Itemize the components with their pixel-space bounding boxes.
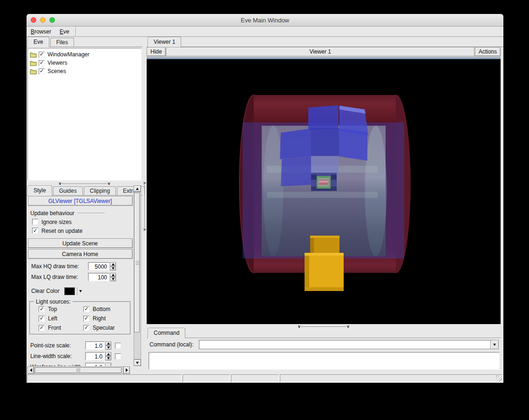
style-pane: Style Guides Clipping Extras GLViewer [T…	[27, 185, 142, 374]
spin-up-icon[interactable]	[105, 352, 111, 356]
light-sources-title: Light sources:	[34, 298, 73, 305]
scroll-up-icon[interactable]	[134, 185, 141, 192]
clear-color-row: Clear Color	[31, 286, 133, 296]
max-hq-draw-time-input[interactable]	[88, 262, 109, 271]
status-segment-4	[280, 374, 503, 382]
command-combobox[interactable]	[199, 340, 499, 349]
tree-item-label[interactable]: Viewers	[47, 60, 67, 66]
spin-down-icon[interactable]	[105, 356, 111, 360]
style-pane-hscrollbar[interactable]	[27, 366, 130, 374]
heading-rule	[78, 213, 105, 214]
viewer-toolbar: Hide Viewer 1 Actions	[147, 47, 501, 57]
spin-down-icon[interactable]	[105, 345, 111, 350]
tab-eve[interactable]: Eve	[27, 37, 49, 47]
tree-checkbox[interactable]	[39, 52, 45, 58]
spin-up-icon[interactable]	[110, 262, 116, 266]
light-top[interactable]: Top	[39, 306, 83, 312]
title-bar[interactable]: Eve Main Window	[27, 14, 503, 27]
tab-files[interactable]: Files	[50, 38, 74, 47]
chevron-down-icon	[493, 344, 496, 346]
camera-home-button[interactable]: Camera Home	[28, 249, 133, 259]
screen: Eve Main Window Browser Eve Eve Files Wi…	[0, 0, 529, 420]
style-tabs: Style Guides Clipping Extras	[27, 185, 142, 196]
zoom-icon[interactable]	[49, 17, 55, 23]
chevron-down-icon	[79, 290, 82, 292]
point-size-checkbox[interactable]	[115, 343, 121, 349]
tree-item-scenes[interactable]: Scenes	[29, 67, 140, 75]
spin-down-icon[interactable]	[110, 277, 116, 281]
tab-command[interactable]: Command	[148, 328, 185, 338]
tree-item-label[interactable]: WindowManager	[47, 51, 89, 58]
max-lq-draw-time-input[interactable]	[88, 273, 109, 281]
light-front[interactable]: Front	[39, 325, 83, 331]
viewport-highlight	[147, 57, 501, 59]
scrollbar-thumb[interactable]	[134, 193, 140, 332]
sidebar-tabs: Eve Files	[27, 37, 142, 47]
tree-checkbox[interactable]	[39, 68, 45, 75]
spin-up-icon[interactable]	[105, 341, 111, 345]
status-segment-1	[27, 374, 182, 382]
tab-guides[interactable]: Guides	[53, 186, 83, 195]
command-input[interactable]	[199, 340, 490, 349]
close-icon[interactable]	[31, 17, 36, 23]
scroll-left-icon[interactable]	[27, 366, 34, 374]
glviewer-button[interactable]: GLViewer [TGLSAViewer]	[28, 196, 133, 206]
hide-button[interactable]: Hide	[147, 47, 166, 56]
gl-viewport[interactable]	[147, 57, 501, 324]
clear-color-label: Clear Color	[31, 288, 60, 294]
style-pane-body: GLViewer [TGLSAViewer] Update behaviour …	[27, 196, 134, 366]
scroll-down-icon[interactable]	[134, 359, 141, 366]
command-output[interactable]	[149, 352, 500, 370]
combo-dropdown-button[interactable]	[490, 340, 498, 349]
magnet-foot	[305, 236, 344, 291]
light-right[interactable]: Right	[83, 315, 128, 322]
line-width-scale-input[interactable]	[85, 352, 105, 360]
update-scene-button[interactable]: Update Scene	[28, 238, 133, 248]
hscrollbar-track[interactable]	[34, 366, 123, 374]
wireframe-line-width-input[interactable]	[85, 363, 105, 366]
status-segment-2	[183, 374, 230, 382]
reset-on-update-checkbox[interactable]	[32, 228, 38, 234]
minimize-icon[interactable]	[40, 17, 46, 23]
light-specular[interactable]: Specular	[83, 325, 128, 331]
command-label: Command (local):	[149, 341, 194, 348]
scroll-right-icon[interactable]	[123, 366, 130, 374]
tree-item-windowmanager[interactable]: WindowManager	[29, 50, 140, 59]
panel-splitter[interactable]: > >	[142, 182, 147, 231]
tab-style[interactable]: Style	[27, 185, 52, 196]
spin-down-icon[interactable]	[110, 266, 116, 271]
point-size-scale-input[interactable]	[85, 341, 105, 350]
style-pane-scrollbar[interactable]	[134, 185, 141, 366]
tab-viewer-1[interactable]: Viewer 1	[148, 37, 181, 47]
spin-up-icon[interactable]	[110, 273, 116, 277]
menu-bar: Browser Eve	[27, 27, 503, 37]
folder-icon	[30, 60, 37, 66]
folder-icon	[30, 68, 37, 75]
sidebar-splitter[interactable]: v v	[27, 182, 142, 185]
menu-browser[interactable]: Browser	[27, 27, 55, 36]
spin-up-icon[interactable]	[105, 363, 111, 366]
central-tracker	[311, 173, 337, 191]
command-row: Command (local):	[149, 339, 499, 350]
tree-checkbox[interactable]	[39, 60, 45, 66]
command-tabs: Command	[147, 328, 501, 338]
tree-item-label[interactable]: Scenes	[47, 68, 66, 75]
command-pane: Command Command (local):	[147, 328, 501, 374]
ignore-sizes-checkbox[interactable]	[32, 219, 38, 225]
light-bottom[interactable]: Bottom	[83, 306, 128, 312]
hscrollbar-thumb[interactable]	[35, 367, 122, 373]
clear-color-dropdown[interactable]	[77, 287, 84, 295]
status-bar	[27, 374, 503, 383]
option-ignore-sizes[interactable]: Ignore sizes	[32, 218, 133, 225]
folder-icon	[30, 52, 37, 58]
actions-button[interactable]: Actions	[475, 47, 501, 56]
tree-item-viewers[interactable]: Viewers	[29, 59, 140, 67]
viewer-panel: Viewer 1 Hide Viewer 1 Actions	[147, 37, 503, 374]
menu-eve[interactable]: Eve	[55, 27, 74, 36]
tab-clipping[interactable]: Clipping	[84, 186, 116, 195]
option-reset-on-update[interactable]: Reset on update	[32, 227, 133, 234]
light-left[interactable]: Left	[39, 315, 83, 322]
resize-grip-icon[interactable]	[496, 375, 502, 381]
line-width-checkbox[interactable]	[115, 353, 121, 359]
clear-color-swatch[interactable]	[64, 287, 75, 295]
